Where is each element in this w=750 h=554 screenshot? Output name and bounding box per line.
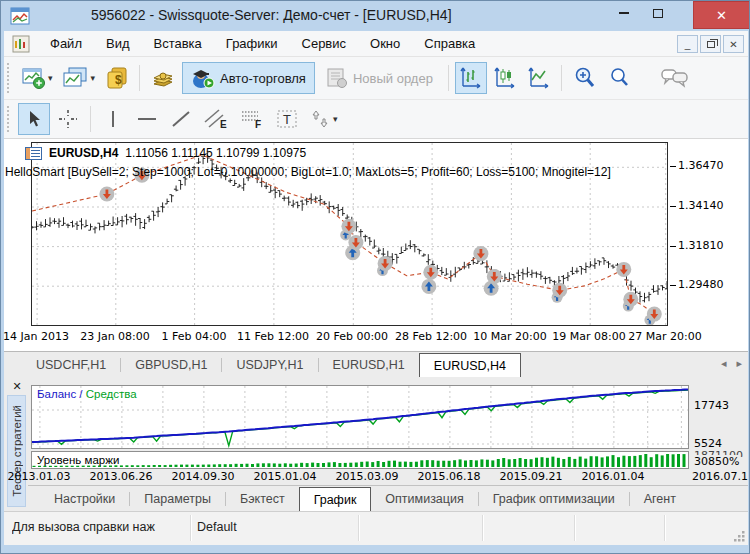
chart-bars-button[interactable] — [455, 62, 487, 94]
minimize-button[interactable] — [608, 1, 640, 25]
profiles-icon — [63, 66, 89, 90]
price-axis[interactable]: 1.364701.341401.318101.29480 — [668, 139, 748, 329]
tester-panel-title-bar[interactable]: Тестер стратегий — [7, 395, 26, 507]
toolbar-separator — [448, 65, 449, 91]
resize-grip[interactable] — [733, 530, 746, 543]
tab-scroll-left-icon[interactable]: ◂ — [721, 357, 727, 370]
toolbar-grip[interactable] — [7, 106, 13, 133]
tester-last-date: 2016.07.1 — [692, 470, 748, 483]
trendline-icon — [170, 109, 192, 129]
tester-side-bar[interactable]: ✕ Тестер стратегий — [5, 377, 28, 511]
menu-view[interactable]: Вид — [94, 32, 142, 55]
tester-tab-bar: Настройки Параметры Бэктест График Оптим… — [28, 485, 748, 511]
time-axis-label: 19 Mar 08:00 — [552, 330, 625, 343]
svg-text:F: F — [255, 119, 261, 130]
balance-legend-label: Баланс — [37, 388, 76, 400]
text-tool-button[interactable]: T — [271, 103, 303, 135]
tester-margin-graph[interactable]: Уровень маржи — [31, 451, 689, 469]
new-chart-dropdown-icon[interactable]: ▾ — [48, 73, 53, 83]
vertical-line-icon — [104, 109, 122, 129]
menu-insert[interactable]: Вставка — [142, 32, 214, 55]
profiles-button[interactable]: ▾ — [59, 62, 100, 94]
svg-text:$: $ — [115, 73, 122, 87]
tester-balance-graph[interactable]: Баланс / Средства — [31, 385, 689, 449]
standard-toolbar: ▾ ▾ $ — [4, 57, 748, 100]
status-profile[interactable]: Default — [197, 520, 352, 534]
symbols-button[interactable]: $ — [101, 62, 133, 94]
tester-tab-agent[interactable]: Агент — [630, 486, 690, 511]
tester-date-label: 2016.01.04 — [582, 470, 645, 483]
maximize-button[interactable] — [642, 1, 674, 25]
status-help-text: Для вызова справки наж — [12, 520, 188, 534]
chart-line-button[interactable] — [523, 62, 555, 94]
autotrade-button[interactable]: Авто-торговля — [182, 62, 315, 94]
tester-tab-optimization[interactable]: Оптимизация — [371, 486, 477, 511]
mdi-minimize-button[interactable]: _ — [677, 35, 698, 53]
symbols-icon: $ — [105, 66, 129, 90]
menu-help[interactable]: Справка — [412, 32, 487, 55]
price-axis-label: 1.34140 — [678, 199, 724, 212]
strategy-tester-panel: ✕ Тестер стратегий Баланс / Средства Уро… — [4, 377, 748, 511]
menu-file[interactable]: Файл — [38, 32, 94, 55]
tester-tab-settings[interactable]: Настройки — [40, 486, 129, 511]
application-window: 5956022 - Swissquote-Server: Демо-счет -… — [0, 0, 750, 554]
close-button[interactable]: ✕ — [693, 1, 750, 29]
vertical-line-tool-button[interactable] — [97, 103, 129, 135]
toolbar-grip[interactable] — [7, 63, 13, 92]
crosshair-tool-button[interactable] — [52, 103, 84, 135]
history-center-button[interactable] — [146, 62, 180, 94]
tester-tab-parameters[interactable]: Параметры — [130, 486, 225, 511]
chart-tab-usdchf[interactable]: USDCHF,H1 — [22, 352, 120, 377]
new-chart-button[interactable]: ▾ — [18, 62, 57, 94]
tab-scroll-buttons: ◂ ▸ — [721, 357, 742, 370]
cursor-tool-button[interactable] — [18, 103, 50, 135]
arrows-dropdown-icon[interactable]: ▾ — [333, 114, 338, 124]
toolbar-separator — [90, 106, 91, 132]
new-order-button[interactable]: Новый ордер — [317, 62, 442, 94]
mdi-minimize-icon: _ — [685, 39, 691, 50]
chart-bars-icon — [459, 66, 483, 90]
chart-window[interactable]: EURUSD,H4 1.11056 1.11145 1.10799 1.1097… — [4, 139, 748, 351]
tester-date-label: 2015.03.09 — [336, 470, 399, 483]
time-axis-label: 1 Feb 04:00 — [161, 330, 226, 343]
channel-tool-button[interactable]: E — [199, 103, 233, 135]
zoom-out-button[interactable] — [604, 62, 636, 94]
chart-tab-eurusd-h1[interactable]: EURUSD,H1 — [319, 352, 419, 377]
tester-close-button[interactable]: ✕ — [10, 379, 24, 393]
balance-max-value: 17743 — [694, 399, 729, 412]
title-bar[interactable]: 5956022 - Swissquote-Server: Демо-счет -… — [1, 1, 749, 31]
time-axis-label: 14 Jan 2013 — [3, 330, 69, 343]
chat-button[interactable] — [656, 62, 694, 94]
tester-tab-graph[interactable]: График — [299, 487, 372, 511]
chart-candles-button[interactable] — [489, 62, 521, 94]
tester-tab-backtest[interactable]: Бэктест — [226, 486, 299, 511]
tab-scroll-right-icon[interactable]: ▸ — [736, 357, 742, 370]
chart-tab-bar: USDCHF,H1 GBPUSD,H1 USDJPY,H1 EURUSD,H1 … — [4, 351, 748, 377]
menu-tools[interactable]: Сервис — [290, 32, 359, 55]
tester-tab-optimization-graph[interactable]: График оптимизации — [479, 486, 629, 511]
horizontal-line-tool-button[interactable] — [131, 103, 163, 135]
chart-tab-gbpusd[interactable]: GBPUSD,H1 — [121, 352, 221, 377]
mt4-logo-icon — [12, 35, 30, 53]
mdi-restore-button[interactable] — [700, 35, 721, 53]
menu-window[interactable]: Окно — [358, 32, 412, 55]
arrows-tool-button[interactable]: ▾ — [305, 103, 342, 135]
time-axis-label: 20 Feb 00:00 — [316, 330, 388, 343]
time-axis[interactable]: 14 Jan 201323 Jan 08:001 Feb 04:0011 Feb… — [31, 330, 668, 346]
new-order-icon — [326, 67, 348, 89]
mdi-close-button[interactable]: ✕ — [723, 35, 744, 53]
chart-tab-eurusd-h4[interactable]: EURUSD,H4 — [419, 353, 521, 377]
time-axis-label: 11 Feb 12:00 — [237, 330, 309, 343]
chart-tab-usdjpy[interactable]: USDJPY,H1 — [222, 352, 317, 377]
fibonacci-tool-button[interactable]: F — [235, 103, 269, 135]
margin-level-label: Уровень маржи — [37, 454, 119, 466]
tester-graph-legend: Баланс / Средства — [37, 388, 137, 400]
zoom-in-button[interactable] — [568, 62, 602, 94]
menu-charts[interactable]: Графики — [214, 32, 290, 55]
tester-date-label: 2015.06.18 — [418, 470, 481, 483]
trendline-tool-button[interactable] — [165, 103, 197, 135]
zoom-out-icon — [608, 66, 632, 90]
mdi-close-icon: ✕ — [729, 39, 737, 50]
profiles-dropdown-icon[interactable]: ▾ — [91, 73, 96, 83]
app-icon — [10, 6, 30, 26]
